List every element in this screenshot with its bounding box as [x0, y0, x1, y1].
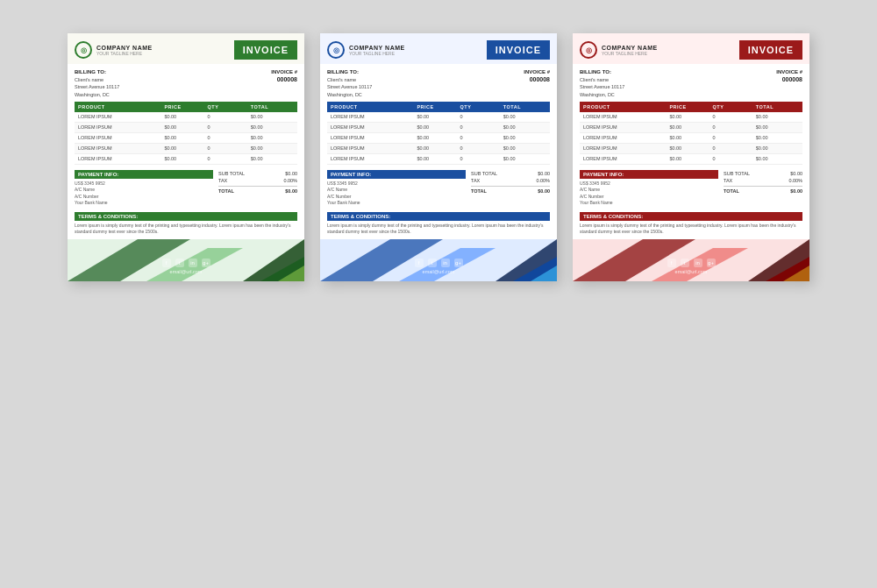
company-name: COMPANY NAME	[602, 45, 658, 51]
social-icons: f t in g+	[162, 259, 210, 267]
twitter-icon: t	[681, 259, 689, 267]
company-info: ◎ COMPANY NAME YOUR TAGLINE HERE	[75, 41, 153, 59]
billing-value: Client's nameStreet Avenue 10117Washingt…	[580, 76, 691, 98]
subtotal-row: SUB TOTAL $0.00	[471, 170, 550, 177]
company-tagline: YOUR TAGLINE HERE	[96, 51, 153, 56]
facebook-icon: f	[667, 259, 676, 267]
footer-email: email@url.com	[423, 269, 455, 274]
payment-value: US$ 3345 9952A/C NameA/C NumberYour Bank…	[580, 181, 718, 207]
card-footer: f t in g+ email@url.com	[320, 239, 557, 281]
terms-block: TERMS & CONDITIONS: Lorem ipsum is simpl…	[580, 212, 802, 236]
billing-label: BILLING TO:	[580, 69, 691, 74]
terms-section: TERMS & CONDITIONS: Lorem ipsum is simpl…	[75, 212, 297, 236]
totals-block: SUB TOTAL $0.00 TAX 0.00% TOTAL $0.00	[218, 170, 297, 207]
cards-row: ◎ COMPANY NAME YOUR TAGLINE HERE INVOICE…	[68, 33, 809, 281]
table-header: PRODUCTPRICEQTYTOTAL	[580, 102, 802, 112]
terms-section: TERMS & CONDITIONS: Lorem ipsum is simpl…	[327, 212, 550, 236]
social-bar: f t in g+ email@url.com	[320, 259, 557, 274]
linkedin-icon: in	[694, 259, 702, 267]
totals-block: SUB TOTAL $0.00 TAX 0.00% TOTAL $0.00	[724, 170, 802, 207]
table-row: LOREM IPSUM $0.00 0 $0.00	[75, 144, 297, 154]
table-row: LOREM IPSUM $0.00 0 $0.00	[327, 133, 550, 144]
card-footer: f t in g+ email@url.com	[573, 239, 809, 281]
invoice-table: PRODUCTPRICEQTYTOTAL LOREM IPSUM $0.00 0…	[327, 102, 550, 165]
invoice-num-label: INVOICE #	[438, 69, 550, 74]
invoice-table: PRODUCTPRICEQTYTOTAL LOREM IPSUM $0.00 0…	[580, 102, 802, 165]
billing-section: BILLING TO: Client's nameStreet Avenue 1…	[573, 64, 809, 102]
payment-terms-section: PAYMENT INFO: US$ 3345 9952A/C NameA/C N…	[580, 170, 802, 207]
terms-section: TERMS & CONDITIONS: Lorem ipsum is simpl…	[580, 212, 802, 236]
invoice-num-label: INVOICE #	[186, 69, 297, 74]
subtotal-row: SUB TOTAL $0.00	[724, 170, 802, 177]
card-header: ◎ COMPANY NAME YOUR TAGLINE HERE INVOICE	[68, 33, 304, 64]
twitter-icon: t	[428, 259, 437, 267]
table-row: LOREM IPSUM $0.00 0 $0.00	[327, 144, 550, 154]
terms-block: TERMS & CONDITIONS: Lorem ipsum is simpl…	[327, 212, 550, 236]
invoice-badge: INVOICE	[234, 40, 297, 60]
invoice-num-value: 000008	[691, 76, 802, 82]
tax-row: TAX 0.00%	[724, 177, 802, 184]
company-logo: ◎	[75, 41, 92, 59]
gplus-icon: g+	[202, 259, 210, 267]
invoice-badge: INVOICE	[739, 40, 802, 60]
social-icons: f t in g+	[415, 259, 463, 267]
billing-section: BILLING TO: Client's nameStreet Avenue 1…	[68, 64, 304, 102]
invoice-table: PRODUCTPRICEQTYTOTAL LOREM IPSUM $0.00 0…	[75, 102, 297, 165]
company-tagline: YOUR TAGLINE HERE	[349, 51, 405, 56]
gplus-icon: g+	[454, 259, 463, 267]
table-row: LOREM IPSUM $0.00 0 $0.00	[327, 123, 550, 133]
twitter-icon: t	[175, 259, 184, 267]
tax-row: TAX 0.00%	[471, 177, 550, 184]
terms-label: TERMS & CONDITIONS:	[580, 212, 802, 221]
terms-value: Lorem ipsum is simply dummy text of the …	[580, 223, 802, 236]
linkedin-icon: in	[441, 259, 450, 267]
card-header: ◎ COMPANY NAME YOUR TAGLINE HERE INVOICE	[320, 33, 557, 64]
invoice-card-blue: ◎ COMPANY NAME YOUR TAGLINE HERE INVOICE…	[320, 33, 557, 281]
table-header: PRODUCTPRICEQTYTOTAL	[75, 102, 297, 112]
payment-block: PAYMENT INFO: US$ 3345 9952A/C NameA/C N…	[580, 170, 718, 207]
terms-label: TERMS & CONDITIONS:	[327, 212, 550, 221]
billing-value: Client's nameStreet Avenue 10117Washingt…	[327, 76, 438, 98]
table-row: LOREM IPSUM $0.00 0 $0.00	[75, 112, 297, 123]
tax-row: TAX 0.00%	[218, 177, 297, 184]
social-icons: f t in g+	[667, 259, 716, 267]
company-info: ◎ COMPANY NAME YOUR TAGLINE HERE	[327, 41, 405, 59]
social-bar: f t in g+ email@url.com	[68, 259, 304, 274]
company-logo: ◎	[580, 41, 597, 59]
invoice-num-value: 000008	[438, 76, 550, 82]
payment-terms-section: PAYMENT INFO: US$ 3345 9952A/C NameA/C N…	[327, 170, 550, 207]
payment-value: US$ 3345 9952A/C NameA/C NumberYour Bank…	[75, 181, 213, 207]
payment-block: PAYMENT INFO: US$ 3345 9952A/C NameA/C N…	[75, 170, 213, 207]
total-row: TOTAL $0.00	[218, 186, 297, 195]
table-row: LOREM IPSUM $0.00 0 $0.00	[580, 144, 802, 154]
total-row: TOTAL $0.00	[724, 186, 802, 195]
table-row: LOREM IPSUM $0.00 0 $0.00	[580, 154, 802, 165]
billing-value: Client's nameStreet Avenue 10117Washingt…	[75, 76, 186, 98]
footer-email: email@url.com	[675, 269, 708, 274]
company-logo: ◎	[327, 41, 345, 59]
payment-block: PAYMENT INFO: US$ 3345 9952A/C NameA/C N…	[327, 170, 466, 207]
card-footer: f t in g+ email@url.com	[68, 239, 304, 281]
gplus-icon: g+	[707, 259, 716, 267]
table-row: LOREM IPSUM $0.00 0 $0.00	[327, 154, 550, 165]
terms-value: Lorem ipsum is simply dummy text of the …	[75, 223, 297, 236]
terms-label: TERMS & CONDITIONS:	[75, 212, 297, 221]
terms-block: TERMS & CONDITIONS: Lorem ipsum is simpl…	[75, 212, 297, 236]
table-row: LOREM IPSUM $0.00 0 $0.00	[75, 133, 297, 144]
facebook-icon: f	[415, 259, 424, 267]
facebook-icon: f	[162, 259, 171, 267]
table-row: LOREM IPSUM $0.00 0 $0.00	[75, 123, 297, 133]
company-name: COMPANY NAME	[349, 45, 405, 51]
table-row: LOREM IPSUM $0.00 0 $0.00	[580, 123, 802, 133]
company-tagline: YOUR TAGLINE HERE	[602, 51, 658, 56]
company-name: COMPANY NAME	[96, 45, 153, 51]
subtotal-row: SUB TOTAL $0.00	[218, 170, 297, 177]
payment-terms-section: PAYMENT INFO: US$ 3345 9952A/C NameA/C N…	[75, 170, 297, 207]
linkedin-icon: in	[189, 259, 197, 267]
invoice-num-label: INVOICE #	[691, 69, 802, 74]
terms-value: Lorem ipsum is simply dummy text of the …	[327, 223, 550, 236]
company-info: ◎ COMPANY NAME YOUR TAGLINE HERE	[580, 41, 658, 59]
social-bar: f t in g+ email@url.com	[573, 259, 809, 274]
card-header: ◎ COMPANY NAME YOUR TAGLINE HERE INVOICE	[573, 33, 809, 64]
payment-label: PAYMENT INFO:	[75, 170, 213, 179]
